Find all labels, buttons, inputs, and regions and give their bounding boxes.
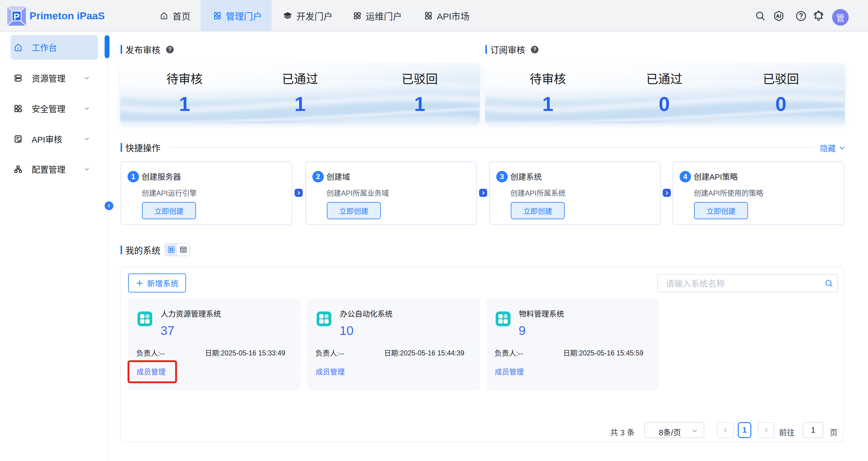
svg-text:P: P: [13, 11, 20, 22]
